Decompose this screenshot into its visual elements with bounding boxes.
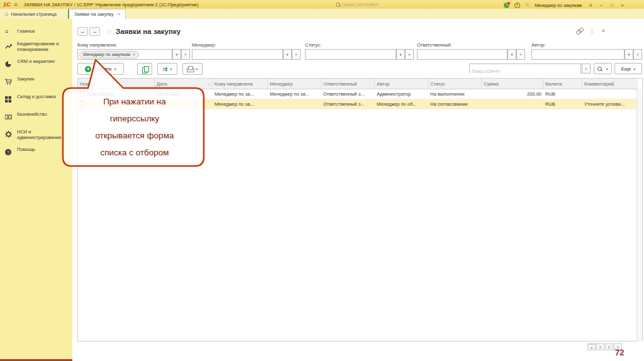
filter-label-author: Автор: [531, 42, 546, 48]
nav-down-icon[interactable]: ∨ [605, 343, 613, 350]
global-search-input[interactable] [342, 3, 424, 7]
filter-status-input[interactable] [305, 49, 396, 60]
tab-close-icon[interactable]: × [118, 11, 121, 17]
filter-author-text[interactable] [533, 52, 623, 57]
col-comment[interactable]: Комментарий [582, 79, 638, 89]
filter-label-status: Статус: [305, 42, 321, 48]
close-form-icon[interactable]: × [602, 28, 605, 34]
tab-purchase-requests[interactable]: Заявки на закупку × [68, 9, 126, 19]
nav-up-icon[interactable]: ∧ [596, 343, 604, 350]
search-icon [597, 67, 602, 71]
window-titlebar: 1С ≡ ЗАЯВКИ НА ЗАКУПКУ / 1С:ERP Управлен… [0, 0, 644, 9]
filter-manager-clear-button[interactable]: × [292, 49, 301, 60]
list-search-input[interactable] [470, 67, 580, 76]
filter-status-clear-button[interactable]: × [405, 49, 414, 60]
window-title: ЗАЯВКИ НА ЗАКУПКУ / 1С:ERP Управление пр… [24, 2, 199, 8]
chevron-down-icon: ▾ [606, 67, 608, 71]
tab-bar: ⌂ Начальная страница Заявки на закупку × [0, 9, 644, 19]
global-search[interactable] [336, 1, 430, 8]
chevron-down-icon: ▾ [633, 67, 635, 71]
forward-button[interactable]: → [89, 27, 100, 36]
filter-author-dropdown-button[interactable]: ▾ [625, 49, 633, 60]
pie-chart-icon [5, 58, 13, 70]
col-responsible[interactable]: Ответственный [321, 79, 375, 89]
filter-manager-dropdown-button[interactable]: ▾ [283, 49, 292, 60]
col-sum[interactable]: Сумма [482, 79, 543, 89]
filter-label-to: Кому направлена: [77, 42, 117, 48]
list-search-box[interactable] [469, 64, 581, 74]
get-link-icon[interactable] [576, 28, 582, 34]
list-icon: ≡ [5, 28, 13, 35]
col-to[interactable]: Кому направлена [213, 79, 268, 89]
maximize-button[interactable]: □ [611, 3, 614, 8]
col-currency[interactable]: Валюта [543, 79, 582, 89]
filter-status-text[interactable] [307, 52, 394, 57]
search-icon [336, 3, 340, 7]
filter-label-responsible: Ответственный: [417, 42, 452, 48]
search-options-button[interactable]: ▾ [594, 63, 612, 74]
add-favorite-star-icon[interactable]: ☆ [106, 28, 112, 35]
tab-home-label: Начальная страница [11, 11, 57, 17]
col-author[interactable]: Автор [375, 79, 428, 89]
filter-author-input[interactable] [531, 49, 625, 60]
col-status[interactable]: Статус [428, 79, 482, 89]
hamburger-menu-icon[interactable]: ≡ [14, 1, 18, 8]
money-icon [5, 111, 13, 123]
cart-icon [5, 76, 13, 87]
tab-home[interactable]: ⌂ Начальная страница [0, 9, 62, 19]
boxes-icon [5, 94, 13, 105]
back-button[interactable]: ← [77, 27, 88, 36]
tab-purchase-requests-label: Заявки на закупку [74, 11, 114, 17]
filter-responsible-dropdown-button[interactable]: ▾ [508, 49, 516, 60]
more-button[interactable]: Еще ▾ [614, 63, 642, 74]
current-user-label[interactable]: Менеджер по закупкам [535, 3, 582, 8]
help-icon: ? [5, 147, 13, 158]
slide-page-number: 72 [615, 348, 624, 357]
minimize-button[interactable]: − [600, 3, 603, 8]
1c-logo: 1С [3, 1, 11, 8]
filter-label-manager: Менеджер: [192, 42, 216, 48]
sidebar-item-main[interactable]: ≡ Главное [0, 25, 72, 38]
callout-text: При нажатии на гиперссылку открывается ф… [63, 93, 206, 161]
list-search-clear-button[interactable]: × [582, 64, 591, 74]
discussions-icon[interactable] [504, 3, 509, 8]
history-icon[interactable] [514, 3, 520, 8]
service-menu-icon[interactable]: ≡ [589, 3, 592, 8]
form-title: Заявки на закупку [116, 28, 180, 35]
filter-responsible-input[interactable] [417, 49, 508, 60]
home-icon: ⌂ [5, 11, 8, 17]
close-window-button[interactable]: × [621, 3, 624, 8]
nav-first-icon[interactable]: ∧ [587, 343, 596, 350]
filter-status-dropdown-button[interactable]: ▾ [396, 49, 405, 60]
sidebar-item-budgeting[interactable]: Бюджетирование и планирование [0, 38, 72, 55]
more-menu-icon[interactable]: ⋮ [589, 28, 595, 34]
budget-chart-icon [5, 41, 13, 52]
filter-responsible-text[interactable] [419, 52, 506, 57]
filter-responsible-clear-button[interactable]: × [516, 49, 525, 60]
vertical-scrollbar[interactable] [636, 89, 642, 342]
gear-icon [5, 129, 13, 140]
col-manager[interactable]: Менеджер [268, 79, 321, 89]
favorites-star-icon[interactable]: ☆ [525, 1, 530, 9]
svg-text:?: ? [7, 150, 9, 155]
filter-author-clear-button[interactable]: × [633, 49, 642, 60]
